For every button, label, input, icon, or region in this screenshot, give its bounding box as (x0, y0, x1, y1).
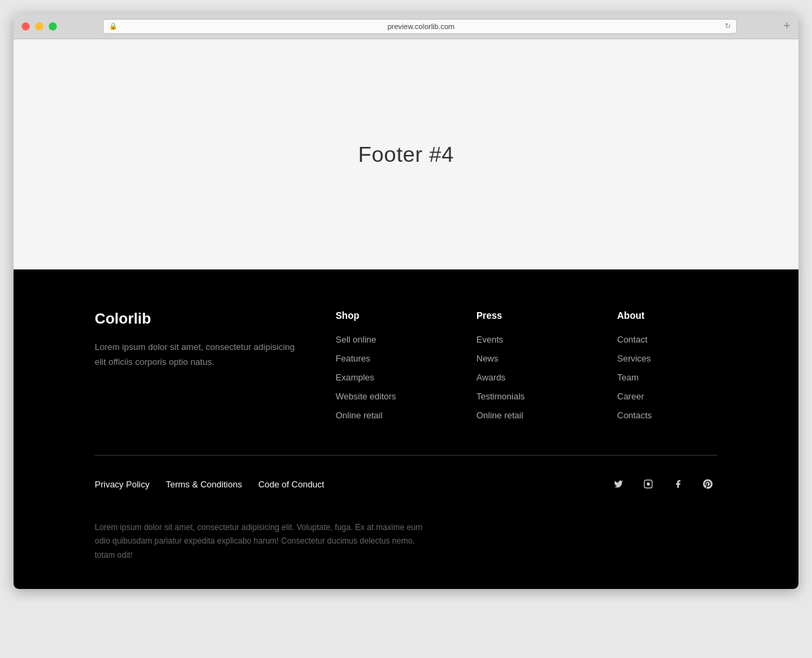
footer-brand: Colorlib Lorem ipsum dolor sit amet, con… (95, 310, 295, 421)
press-online-retail[interactable]: Online retail (476, 410, 523, 420)
footer-bottom: Privacy Policy Terms & Conditions Code o… (95, 475, 717, 494)
list-item: Contacts (617, 409, 717, 421)
list-item: Events (476, 333, 577, 345)
brand-name: Colorlib (95, 310, 295, 328)
footer-col-shop: Shop Sell online Features Examples Websi… (336, 310, 436, 421)
list-item: Website editors (336, 390, 436, 402)
about-contact[interactable]: Contact (617, 334, 648, 345)
about-services[interactable]: Services (617, 353, 651, 364)
footer-top: Colorlib Lorem ipsum dolor sit amet, con… (95, 310, 717, 455)
page-content: Footer #4 Colorlib Lorem ipsum dolor sit… (14, 39, 798, 589)
list-item: Features (336, 352, 436, 364)
shop-online-retail[interactable]: Online retail (336, 410, 382, 420)
list-item: Team (617, 371, 717, 383)
footer-divider (95, 455, 717, 456)
new-tab-button[interactable]: + (783, 19, 790, 33)
col-title-about: About (617, 310, 717, 321)
press-links: Events News Awards Testimonials Online r… (476, 333, 577, 421)
shop-features[interactable]: Features (336, 353, 370, 364)
privacy-policy-link[interactable]: Privacy Policy (95, 479, 150, 489)
minimize-button[interactable] (35, 22, 43, 30)
footer-social (609, 475, 717, 494)
address-bar[interactable]: 🔒 preview.colorlib.com ↻ (103, 19, 737, 34)
lock-icon: 🔒 (109, 22, 117, 30)
list-item: Online retail (476, 409, 577, 421)
pinterest-icon[interactable] (698, 475, 717, 494)
footer-copyright: Lorem ipsum dolor sit amet, consectetur … (95, 521, 433, 562)
about-links: Contact Services Team Career Contacts (617, 333, 717, 421)
press-events[interactable]: Events (476, 334, 503, 345)
maximize-button[interactable] (49, 22, 57, 30)
list-item: Awards (476, 371, 577, 383)
header-area: Footer #4 (14, 39, 798, 269)
brand-description: Lorem ipsum dolor sit amet, consectetur … (95, 340, 295, 370)
list-item: Examples (336, 371, 436, 383)
refresh-icon[interactable]: ↻ (725, 22, 731, 30)
list-item: Testimonials (476, 390, 577, 402)
list-item: News (476, 352, 577, 364)
browser-window: 🔒 preview.colorlib.com ↻ + Footer #4 Col… (14, 14, 798, 589)
press-testimonials[interactable]: Testimonials (476, 391, 525, 401)
press-awards[interactable]: Awards (476, 372, 505, 382)
instagram-icon[interactable] (639, 475, 658, 494)
footer: Colorlib Lorem ipsum dolor sit amet, con… (14, 269, 798, 589)
footer-col-about: About Contact Services Team Career Conta… (617, 310, 717, 421)
url-text: preview.colorlib.com (120, 22, 722, 30)
shop-examples[interactable]: Examples (336, 372, 374, 382)
page-title: Footer #4 (358, 142, 453, 167)
col-title-press: Press (476, 310, 577, 321)
twitter-icon[interactable] (609, 475, 628, 494)
list-item: Services (617, 352, 717, 364)
terms-conditions-link[interactable]: Terms & Conditions (166, 479, 242, 489)
shop-website-editors[interactable]: Website editors (336, 391, 396, 401)
press-news[interactable]: News (476, 353, 499, 364)
browser-titlebar: 🔒 preview.colorlib.com ↻ + (14, 14, 798, 39)
list-item: Career (617, 390, 717, 402)
facebook-icon[interactable] (669, 475, 687, 494)
about-team[interactable]: Team (617, 372, 639, 382)
list-item: Sell online (336, 333, 436, 345)
about-contacts[interactable]: Contacts (617, 410, 652, 420)
shop-links: Sell online Features Examples Website ed… (336, 333, 436, 421)
list-item: Online retail (336, 409, 436, 421)
shop-sell-online[interactable]: Sell online (336, 334, 376, 345)
list-item: Contact (617, 333, 717, 345)
footer-col-press: Press Events News Awards Testimonials On… (476, 310, 577, 421)
about-career[interactable]: Career (617, 391, 644, 401)
close-button[interactable] (22, 22, 30, 30)
col-title-shop: Shop (336, 310, 436, 321)
code-of-conduct-link[interactable]: Code of Conduct (258, 479, 325, 489)
footer-legal: Privacy Policy Terms & Conditions Code o… (95, 479, 324, 489)
